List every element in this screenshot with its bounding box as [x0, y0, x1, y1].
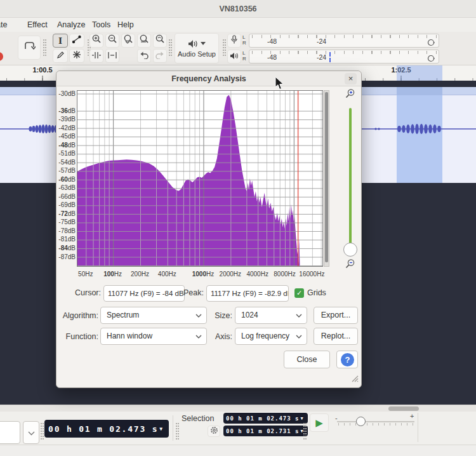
- play-icon: ▶: [315, 417, 323, 429]
- time-toolbar-grip[interactable]: [41, 423, 44, 439]
- audacity-window: VN810356 erateEffectAnalyzeToolsHelp I: [0, 0, 476, 456]
- export-button[interactable]: Export...: [314, 307, 358, 324]
- trim-audio-button[interactable]: [89, 49, 103, 63]
- peak-value-field[interactable]: 11177 Hz (F9) = -82.9 dB: [206, 285, 289, 302]
- multi-tool-button[interactable]: [69, 49, 84, 63]
- play-at-speed-button[interactable]: ▶: [310, 413, 329, 432]
- check-icon: ✓: [296, 289, 302, 297]
- algorithm-combo[interactable]: Spectrum: [100, 307, 207, 324]
- draw-tool-button[interactable]: [53, 49, 68, 63]
- plot-vertical-scrollbar[interactable]: [324, 90, 329, 267]
- grids-label: Grids: [307, 288, 333, 297]
- play-meter-left-label: L: [242, 50, 246, 56]
- play-at-speed-grip[interactable]: [303, 423, 307, 439]
- db-tick-label: -84dB: [56, 245, 76, 251]
- silence-audio-icon: [107, 50, 117, 62]
- dialog-close-action-button[interactable]: Close: [284, 351, 330, 368]
- horizontal-scrollbar[interactable]: [0, 405, 476, 412]
- play-meter-right-label: R: [242, 56, 246, 62]
- bottom-toolbar: 00 h 01 m 02.473 s ▼ Selection 00 h 01 m…: [0, 412, 476, 445]
- meter-toolbar-grip[interactable]: [223, 39, 226, 56]
- tools-toolbar-grip[interactable]: [43, 39, 46, 56]
- record-button[interactable]: [0, 52, 3, 61]
- replot-button[interactable]: Replot...: [314, 328, 358, 345]
- envelope-tool-button[interactable]: [69, 34, 84, 48]
- selection-options-button[interactable]: [208, 426, 220, 437]
- record-clip-indicator-icon: [427, 37, 435, 49]
- undo-button[interactable]: [137, 49, 151, 63]
- record-meter[interactable]: -48 -24: [249, 34, 439, 48]
- window-title: VN810356: [219, 4, 256, 13]
- db-tick-label: -48dB: [56, 142, 76, 149]
- speaker-small-icon: [230, 51, 239, 62]
- zoom-in-button[interactable]: [89, 34, 103, 48]
- zoom-out-magnifier-icon[interactable]: [345, 258, 355, 272]
- play-meter[interactable]: -48 -24: [249, 50, 439, 64]
- close-icon: ×: [348, 74, 354, 83]
- dropdown-icon: ▼: [159, 426, 162, 432]
- zoom-toggle-button[interactable]: [153, 34, 167, 48]
- db-tick-label: -72dB: [56, 210, 76, 217]
- dialog-close-button[interactable]: ×: [345, 73, 357, 84]
- plot-vertical-scrollbar-thumb[interactable]: [325, 92, 328, 262]
- audio-setup-button[interactable]: Audio Setup: [175, 33, 219, 64]
- axis-combo[interactable]: Log frequency: [235, 328, 307, 345]
- menu-item-erate[interactable]: erate: [0, 20, 10, 30]
- resize-grip-icon[interactable]: [350, 373, 359, 385]
- window-titlebar[interactable]: VN810356: [0, 0, 476, 18]
- freq-tick-label: 1000Hz: [192, 271, 214, 278]
- speed-slider-track[interactable]: [337, 421, 414, 422]
- selection-tool-button[interactable]: I: [53, 34, 68, 48]
- silence-audio-button[interactable]: [105, 49, 119, 63]
- zoom-in-magnifier-icon[interactable]: [345, 88, 355, 102]
- zoom-selection-button[interactable]: [121, 34, 135, 48]
- menu-item-tools[interactable]: Tools: [90, 20, 112, 30]
- selection-end-display[interactable]: 00 h 01 m 02.731 s ▼: [223, 426, 308, 436]
- size-combo[interactable]: 1024: [235, 307, 307, 324]
- selection-start-display[interactable]: 00 h 01 m 02.473 s ▼: [223, 413, 308, 424]
- gear-icon: [210, 426, 218, 437]
- cursor-value-field[interactable]: 11077 Hz (F9) = -84 dB: [103, 285, 185, 302]
- replot-label: Replot...: [321, 332, 351, 340]
- freq-tick-label: 400Hz: [158, 271, 176, 278]
- grids-checkbox[interactable]: ✓: [294, 288, 304, 298]
- cursor-label: Cursor:: [65, 288, 101, 297]
- record-meter-channels: L R: [242, 34, 246, 46]
- speed-slider-thumb[interactable]: [356, 417, 366, 426]
- selection-label: Selection: [182, 414, 220, 423]
- record-meter-ticks: [252, 35, 437, 38]
- db-tick-label: -63dB: [56, 184, 76, 191]
- snap-combo-chevron-button[interactable]: [23, 421, 39, 444]
- play-level-left: [329, 52, 331, 57]
- plot-zoom-slider-thumb[interactable]: [343, 243, 357, 257]
- snap-combo-field[interactable]: [0, 421, 20, 444]
- loop-button[interactable]: [18, 36, 41, 60]
- size-value: 1024: [241, 311, 258, 319]
- menu-item-help[interactable]: Help: [116, 20, 136, 30]
- redo-button[interactable]: [153, 49, 167, 63]
- db-tick-label: -54dB: [56, 159, 76, 166]
- audio-setup-grip[interactable]: [169, 39, 172, 56]
- audio-position-display[interactable]: 00 h 01 m 02.473 s ▼: [44, 420, 169, 438]
- help-button[interactable]: ?: [336, 351, 358, 368]
- menu-item-effect[interactable]: Effect: [25, 20, 50, 30]
- play-level-right: [329, 58, 331, 62]
- menu-item-analyze[interactable]: Analyze: [55, 20, 87, 30]
- function-combo[interactable]: Hann window: [100, 328, 207, 345]
- zoom-in-icon: [91, 34, 102, 47]
- horizontal-scrollbar-thumb[interactable]: [388, 406, 419, 411]
- selection-toolbar-grip[interactable]: [176, 423, 179, 439]
- dialog-titlebar[interactable]: Frequency Analysis: [56, 71, 361, 86]
- chevron-down-icon: [296, 335, 302, 339]
- spectrum-plot[interactable]: [77, 90, 323, 267]
- freq-tick-label: 2000Hz: [220, 271, 241, 278]
- speaker-icon: [188, 39, 206, 48]
- record-meter-mic-button[interactable]: [227, 34, 241, 48]
- fit-project-button[interactable]: [137, 34, 151, 48]
- db-tick-label: -30dB: [56, 90, 76, 97]
- plot-zoom-slider[interactable]: [349, 108, 352, 248]
- zoom-out-button[interactable]: [105, 34, 119, 48]
- speed-slider-ticks: [338, 423, 414, 426]
- freq-tick-label: 8000Hz: [274, 271, 295, 278]
- play-meter-speaker-button[interactable]: [227, 50, 241, 64]
